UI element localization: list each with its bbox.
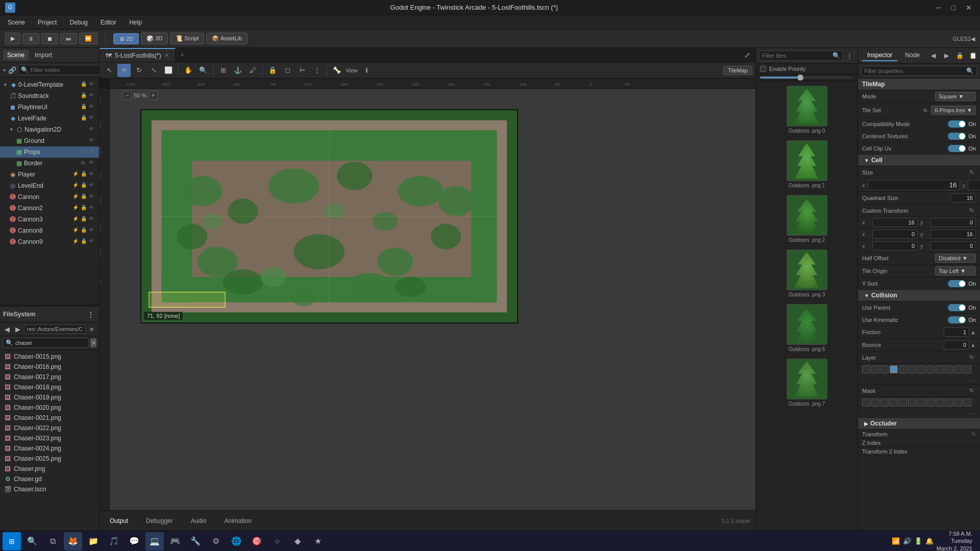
group-tool[interactable]: ◻ [281, 64, 294, 77]
taskbar-code[interactable]: 💻 [145, 532, 164, 550]
tile-filter-input[interactable] [762, 53, 832, 59]
minimize-button[interactable]: ─ [933, 3, 944, 13]
tab-audio[interactable]: Audio [186, 515, 212, 527]
friction-up-icon[interactable]: ▲ [970, 329, 976, 335]
tree-item-cannon[interactable]: 🅒 Cannon ⚡ 🔒 👁 [0, 191, 99, 203]
fs-back-button[interactable]: ◀ [3, 323, 12, 335]
menu-project[interactable]: Project [33, 17, 62, 28]
tileset-refresh[interactable]: ↻ [920, 105, 931, 116]
paint-tool[interactable]: 🖊 [246, 64, 259, 77]
layer-bit-10[interactable] [954, 365, 962, 373]
maximize-button[interactable]: □ [948, 3, 959, 13]
layer-bit-2[interactable] [880, 365, 889, 373]
mask-bit-11[interactable] [963, 398, 971, 407]
move-tool[interactable]: ✛ [117, 64, 131, 77]
list-item[interactable]: 🖼 Chaser-0018.png [0, 382, 99, 392]
property-search[interactable]: 🔍 [861, 66, 977, 76]
layer-bit-9[interactable] [945, 365, 953, 373]
list-item[interactable]: 🖼 Chaser-0024.png [0, 443, 99, 454]
size-refresh[interactable]: ↻ [967, 168, 976, 176]
scale-tool[interactable]: ⤡ [147, 64, 160, 77]
fs-close-button[interactable]: ✕ [90, 338, 96, 347]
tree-item-level-template[interactable]: ▼ ◆ 0-LevelTemplate 🔒 👁 [0, 79, 99, 90]
tree-item-levelfade[interactable]: ◆ LevelFade 🔒 👁 [0, 113, 99, 124]
taskbar-settings[interactable]: ⚙ [207, 532, 225, 550]
tab-animation[interactable]: Animation [219, 515, 256, 527]
centered-textures-toggle[interactable] [948, 133, 966, 140]
tile-item-7[interactable]: Outdoors .png 7 [758, 357, 855, 409]
z-index-row[interactable]: Z Index [858, 439, 980, 447]
2d-button[interactable]: 🖥 2D [113, 33, 139, 44]
tab-import[interactable]: Import [31, 50, 56, 60]
menu-scene[interactable]: Scene [3, 17, 30, 28]
pause-button[interactable]: ⏸ [22, 33, 39, 44]
anchor-tool[interactable]: ⚓ [231, 64, 244, 77]
list-item[interactable]: 🖼 Chaser-0025.png [0, 454, 99, 464]
list-item[interactable]: 🖼 Chaser-0015.png [0, 352, 99, 362]
mask-dots[interactable]: … [969, 408, 976, 416]
node-filter-input[interactable] [31, 67, 101, 73]
tile-slider[interactable] [760, 77, 853, 79]
instance-button[interactable]: 🔗 [8, 64, 16, 76]
property-filter-input[interactable] [864, 68, 964, 74]
taskbar-firefox[interactable]: 🦊 [64, 532, 82, 550]
transform-2-index-row[interactable]: Transform 2 Index [858, 447, 980, 456]
tile-item-1[interactable]: Outdoors .png 1 [758, 138, 855, 190]
mask-bit-7[interactable] [926, 398, 935, 407]
list-item[interactable]: 🖼 Chaser-0021.png [0, 413, 99, 423]
script-button[interactable]: 📜 Script [170, 33, 204, 44]
editor-tab-active[interactable]: 🗺 5-LostFoothills(*) ✕ [100, 48, 176, 62]
network-icon[interactable]: 📶 [892, 537, 900, 545]
list-item[interactable]: 🎬 Chaser.tscn [0, 484, 99, 494]
compat-mode-toggle[interactable] [948, 120, 966, 128]
tab-scene[interactable]: Scene [3, 50, 29, 60]
insp-history-back[interactable]: ◀ [927, 50, 939, 61]
taskbar-tool[interactable]: 🔧 [186, 532, 205, 550]
tree-item-levelend[interactable]: ◎ LevelEnd ⚡ 🔒 👁 [0, 180, 99, 191]
info-btn[interactable]: ℹ [360, 64, 373, 77]
y-sort-toggle[interactable] [948, 280, 966, 287]
quadrant-input[interactable] [950, 193, 976, 203]
list-item[interactable]: 🖼 Chaser-0020.png [0, 403, 99, 413]
layer-bit-5[interactable] [908, 365, 916, 373]
insp-lock[interactable]: 🔒 [954, 50, 965, 61]
layer-bit-6[interactable] [917, 365, 925, 373]
taskbar-files[interactable]: 📁 [84, 532, 103, 550]
mask-bit-5[interactable] [908, 398, 916, 407]
tree-item-props[interactable]: ▦ Props ⊞ 👁 [0, 146, 99, 158]
bounce-input[interactable] [944, 340, 969, 349]
fs-forward-button[interactable]: ▶ [13, 323, 23, 335]
tile-item-3[interactable]: Outdoors .png 3 [758, 247, 855, 299]
taskbar-browser[interactable]: 🌐 [227, 532, 246, 550]
layer-bit-3[interactable] [890, 365, 898, 373]
tile-item-6[interactable]: Outdoors .png 6 [758, 302, 855, 354]
taskbar-chat[interactable]: 💬 [125, 532, 143, 550]
align-tool[interactable]: ⊨ [296, 64, 309, 77]
view-btn[interactable]: View [345, 64, 358, 77]
transform-refresh[interactable]: ↻ [971, 431, 976, 437]
list-item[interactable]: 🖼 Chaser-0022.png [0, 423, 99, 433]
snap-tool[interactable]: ⊞ [216, 64, 230, 77]
taskbar-task-view[interactable]: ⧉ [43, 532, 62, 550]
canvas-area[interactable]: -1105 -1007 -924 -840 -756 -672 -588 -50… [100, 79, 755, 510]
half-offset-dropdown[interactable]: Disabled ▼ [935, 254, 976, 263]
step-button[interactable]: ⏭ [60, 33, 77, 44]
tab-add-button[interactable]: + [176, 48, 189, 62]
volume-icon[interactable]: 🔊 [903, 537, 911, 545]
size-y-input[interactable] [968, 180, 980, 190]
tile-item-0[interactable]: Outdoors .png 0 [758, 84, 855, 136]
rotate-tool[interactable]: ↻ [132, 64, 145, 77]
tree-item-cannon3[interactable]: 🅒 Cannon3 ⚡ 🔒 👁 [0, 214, 99, 225]
transform-row[interactable]: Transform ↻ [858, 430, 980, 439]
taskbar-music[interactable]: 🎵 [105, 532, 123, 550]
stop-button[interactable]: ⏹ [41, 33, 58, 44]
tree-item-soundtrack[interactable]: 🎵 Soundtrack 🔒 👁 [0, 90, 99, 102]
zoom-out-button[interactable]: − [122, 91, 132, 100]
layer-bit-11[interactable] [963, 365, 971, 373]
mask-bit-2[interactable] [880, 398, 889, 407]
battery-icon[interactable]: 🔋 [914, 537, 922, 545]
lock-tool[interactable]: 🔒 [266, 64, 279, 77]
cell-section[interactable]: ▼ Cell [858, 155, 980, 166]
fs-search-input[interactable] [15, 340, 86, 346]
notification-icon[interactable]: 🔔 [925, 537, 934, 545]
